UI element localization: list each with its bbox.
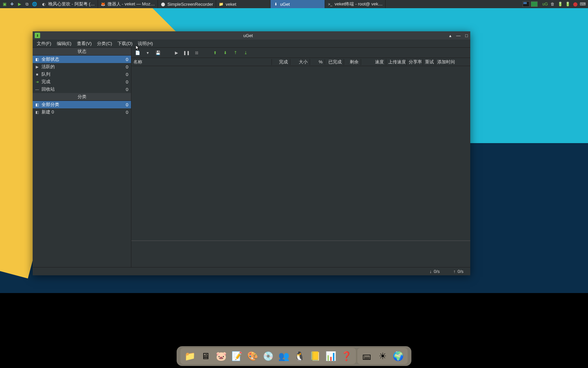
rollup-button[interactable]: ▴ bbox=[448, 33, 453, 38]
move-up-button[interactable]: ⬆ bbox=[212, 50, 218, 56]
sidebar-item[interactable]: ■队列0 bbox=[33, 71, 131, 78]
titlebar[interactable]: ⬇ uGet ▴ — □ bbox=[33, 31, 470, 40]
sidebar-item-label: 活跃的 bbox=[42, 64, 124, 70]
dock-paint-icon[interactable]: 🎨 bbox=[245, 349, 260, 364]
taskbar-window-button[interactable]: ◐晚风心里吹 - 阿梨粤 (… bbox=[39, 0, 98, 8]
dock-group-apps: 📁🖥🐷📝🎨💿👥🐧📒📊❓ bbox=[180, 348, 356, 365]
tray-icon[interactable]: 🔋 bbox=[565, 1, 570, 7]
dock-help-icon[interactable]: ❓ bbox=[339, 349, 354, 364]
dock-sheet-icon[interactable]: 📊 bbox=[323, 349, 338, 364]
down-arrow-icon: ↓ bbox=[429, 269, 432, 274]
terminal-icon[interactable]: ⧉ bbox=[24, 1, 30, 7]
up-arrow-icon: ↑ bbox=[453, 269, 456, 274]
sidebar-item-label: 完成 bbox=[42, 79, 124, 85]
column-header[interactable]: 速度 bbox=[361, 59, 386, 65]
stop-button[interactable]: ⊠ bbox=[194, 50, 199, 56]
menu-item[interactable]: 文件(F) bbox=[34, 40, 54, 47]
dock-editor-icon[interactable]: 📝 bbox=[229, 349, 244, 364]
menu-item[interactable]: 下载(D) bbox=[115, 40, 135, 47]
taskbar-window-button[interactable]: >_veket终端 - root@ vek… bbox=[325, 0, 386, 8]
tray-icon[interactable]: uG bbox=[542, 1, 548, 7]
column-header[interactable]: 大小 bbox=[290, 59, 310, 65]
sidebar-item[interactable]: ◧新建 00 bbox=[33, 108, 131, 116]
system-monitor-icon[interactable]: ▣ bbox=[1, 1, 7, 7]
window-label: SimpleScreenRecorder bbox=[167, 2, 213, 7]
sidebar-item-label: 新建 0 bbox=[42, 109, 124, 115]
move-bottom-button[interactable]: ⤓ bbox=[243, 50, 248, 56]
save-all-button[interactable]: 💾 bbox=[155, 50, 161, 56]
mouse-cursor bbox=[136, 45, 140, 51]
taskbar-window-button[interactable]: ⬇uGet bbox=[271, 0, 325, 8]
sidebar-status-header: 状态 bbox=[33, 48, 131, 56]
dock-globe-icon[interactable]: 🌍 bbox=[391, 349, 406, 364]
tray-icon[interactable]: 🗑 bbox=[550, 1, 555, 7]
column-header[interactable]: 上传速度 bbox=[386, 59, 407, 65]
dock-screenshot-icon[interactable]: 🖥 bbox=[198, 349, 213, 364]
menu-item[interactable]: 编辑(E) bbox=[54, 40, 74, 47]
move-down-button[interactable]: ⬇ bbox=[223, 50, 228, 56]
column-headers: 名称完成大小%已完成剩余速度上传速度分享率重试添加时间 bbox=[131, 58, 470, 66]
menu-item[interactable]: 分类(C) bbox=[94, 40, 115, 47]
workspace-switcher[interactable] bbox=[521, 1, 540, 7]
tray-icon[interactable]: 🔋 bbox=[557, 1, 563, 7]
sidebar-category-header: 分类 bbox=[33, 93, 131, 101]
dock-sun-icon[interactable]: ☀ bbox=[375, 349, 390, 364]
panel-tray: uG🗑🔋🔋⬤⌨ bbox=[540, 1, 588, 7]
sidebar-item[interactable]: ◧全部状态0 bbox=[33, 56, 131, 63]
top-panel: ▣ ❖ ▶ ⧉ 🌐 ◐晚风心里吹 - 阿梨粤 (…🦊微器人 - veket — … bbox=[0, 0, 588, 8]
column-header[interactable]: 重试 bbox=[423, 59, 435, 65]
window-label: veket终端 - root@ vek… bbox=[334, 1, 382, 7]
start-button[interactable]: ▶ bbox=[174, 50, 179, 56]
upload-speed-value: 0/s bbox=[458, 269, 463, 274]
workspace-1[interactable] bbox=[523, 1, 529, 7]
sidebar-item-icon: ◧ bbox=[35, 103, 39, 107]
move-top-button[interactable]: ⤒ bbox=[233, 50, 238, 56]
sidebar-item-icon: ◧ bbox=[35, 110, 39, 114]
run-icon[interactable]: ▶ bbox=[16, 1, 22, 7]
veket-menu-icon[interactable]: ❖ bbox=[9, 1, 15, 7]
column-header[interactable]: % bbox=[310, 59, 325, 64]
sidebar-item-icon: ➔ bbox=[35, 80, 39, 84]
web-browser-icon[interactable]: 🌐 bbox=[31, 1, 37, 7]
taskbar-window-button[interactable]: 📁veket bbox=[216, 0, 271, 8]
sidebar-item[interactable]: ➔完成0 bbox=[33, 78, 131, 86]
window-app-icon: ⬇ bbox=[273, 2, 278, 6]
sidebar-item[interactable]: —回收站0 bbox=[33, 86, 131, 93]
column-header[interactable]: 添加时间 bbox=[435, 59, 456, 65]
sidebar-item-label: 全部分类 bbox=[42, 102, 124, 108]
maximize-button[interactable]: □ bbox=[464, 33, 469, 38]
new-dropdown-button[interactable]: ▾ bbox=[145, 50, 150, 56]
window-app-icon: >_ bbox=[328, 2, 332, 6]
pause-button[interactable]: ❚❚ bbox=[184, 50, 189, 56]
column-header[interactable]: 已完成 bbox=[325, 59, 344, 65]
window-app-icon: 🦊 bbox=[101, 2, 105, 6]
column-header[interactable]: 剩余 bbox=[344, 59, 361, 65]
taskbar-window-button[interactable]: ⬤SimpleScreenRecorder bbox=[158, 0, 216, 8]
column-header[interactable]: 名称 bbox=[131, 59, 272, 65]
dock-files-icon[interactable]: 📁 bbox=[182, 349, 197, 364]
window-app-icon: ◐ bbox=[42, 2, 46, 6]
minimize-button[interactable]: — bbox=[456, 33, 461, 38]
sidebar-status-list: ◧全部状态0▶活跃的0■队列0➔完成0—回收站0 bbox=[33, 56, 131, 93]
column-header[interactable]: 完成 bbox=[272, 59, 290, 65]
dock-tux-icon[interactable]: 🐧 bbox=[292, 349, 307, 364]
sidebar-item-label: 回收站 bbox=[42, 86, 124, 92]
dock-pig-icon[interactable]: 🐷 bbox=[214, 349, 229, 364]
window-label: 微器人 - veket — Moz… bbox=[108, 1, 155, 7]
dock-chat-icon[interactable]: 👥 bbox=[276, 349, 291, 364]
sidebar-item[interactable]: ◧全部分类0 bbox=[33, 101, 131, 108]
dock-media-icon[interactable]: 💿 bbox=[261, 349, 276, 364]
menu-item[interactable]: 查看(V) bbox=[74, 40, 94, 47]
column-header[interactable]: 分享率 bbox=[407, 59, 423, 65]
sidebar-item[interactable]: ▶活跃的0 bbox=[33, 63, 131, 71]
dock-disk-icon[interactable]: 🖴 bbox=[359, 349, 374, 364]
download-list[interactable] bbox=[131, 66, 470, 241]
dock-notes-icon[interactable]: 📒 bbox=[308, 349, 323, 364]
taskbar-window-button[interactable]: 🦊微器人 - veket — Moz… bbox=[98, 0, 158, 8]
window-label: uGet bbox=[280, 2, 290, 7]
panel-window-list: ◐晚风心里吹 - 阿梨粤 (…🦊微器人 - veket — Moz…⬤Simpl… bbox=[39, 0, 521, 8]
tray-icon[interactable]: ⌨ bbox=[580, 1, 585, 7]
workspace-2[interactable] bbox=[531, 1, 538, 7]
tray-icon[interactable]: ⬤ bbox=[572, 1, 578, 7]
dock-group-system: 🖴☀🌍 bbox=[357, 348, 408, 365]
